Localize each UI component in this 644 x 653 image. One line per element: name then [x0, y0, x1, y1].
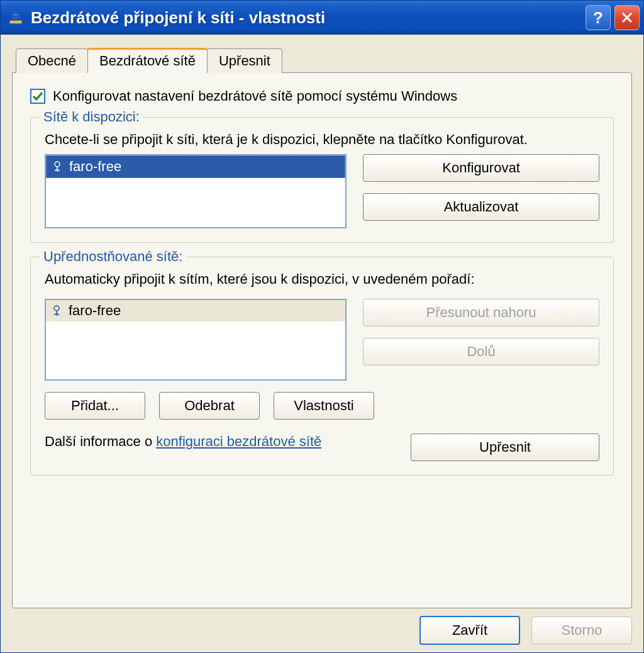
more-info-row: Další informace o konfiguraci bezdrátové… [45, 433, 599, 461]
tab-advanced[interactable]: Upřesnit [207, 48, 282, 73]
preferred-networks-desc: Automaticky připojit k sítím, které jsou… [45, 271, 599, 287]
preferred-networks-group: Upřednostňované sítě: Automaticky připoj… [30, 257, 614, 476]
titlebar-buttons: ? [586, 5, 640, 30]
app-icon [7, 9, 25, 26]
use-windows-config-row: Konfigurovat nastavení bezdrátové sítě p… [30, 88, 614, 104]
preferred-networks-legend: Upřednostňované sítě: [40, 248, 186, 265]
svg-rect-0 [9, 20, 22, 23]
use-windows-config-label: Konfigurovat nastavení bezdrátové sítě p… [53, 88, 457, 104]
help-button[interactable]: ? [586, 5, 611, 30]
use-windows-config-checkbox[interactable] [30, 89, 45, 104]
available-networks-buttons: Konfigurovat Aktualizovat [363, 154, 599, 228]
move-up-button[interactable]: Přesunout nahoru [363, 299, 599, 326]
available-networks-desc: Chcete-li se připojit k síti, která je k… [45, 131, 599, 148]
tab-wireless[interactable]: Bezdrátové sítě [87, 48, 208, 73]
available-network-item[interactable]: faro-free [46, 155, 345, 178]
svg-point-8 [54, 306, 59, 311]
close-button[interactable] [614, 5, 640, 30]
dialog-window: Bezdrátové připojení k síti - vlastnosti… [0, 0, 644, 653]
advanced-button[interactable]: Upřesnit [411, 433, 599, 461]
tab-panel-wireless: Konfigurovat nastavení bezdrátové sítě p… [12, 72, 632, 608]
refresh-button[interactable]: Aktualizovat [363, 193, 599, 221]
remove-button[interactable]: Odebrat [159, 392, 260, 420]
wireless-config-link[interactable]: konfiguraci bezdrátové sítě [156, 433, 321, 449]
cancel-button[interactable]: Storno [531, 617, 632, 644]
more-info-text: Další informace o konfiguraci bezdrátové… [45, 433, 396, 450]
tabstrip: Obecné Bezdrátové sítě Upřesnit [16, 46, 632, 72]
preferred-move-buttons: Přesunout nahoru Dolů [363, 299, 599, 381]
available-network-name: faro-free [69, 159, 121, 175]
preferred-network-item[interactable]: faro-free [46, 300, 345, 321]
configure-button[interactable]: Konfigurovat [363, 154, 599, 182]
preferred-action-buttons: Přidat... Odebrat Vlastnosti [45, 392, 599, 420]
preferred-networks-row: faro-free Přesunout nahoru Dolů [45, 299, 599, 381]
available-networks-row: faro-free Konfigurovat Aktualizovat [45, 154, 599, 228]
properties-button[interactable]: Vlastnosti [274, 392, 374, 420]
add-button[interactable]: Přidat... [45, 392, 145, 420]
svg-point-6 [55, 162, 60, 167]
dialog-bottom-bar: Zavřít Storno [1, 608, 643, 652]
available-networks-group: Sítě k dispozici: Chcete-li se připojit … [30, 117, 614, 243]
preferred-networks-list[interactable]: faro-free [45, 299, 347, 381]
titlebar: Bezdrátové připojení k síti - vlastnosti… [1, 1, 643, 35]
tab-general[interactable]: Obecné [16, 48, 88, 73]
window-title: Bezdrátové připojení k síti - vlastnosti [31, 8, 586, 28]
preferred-network-name: faro-free [69, 303, 121, 319]
client-area: Obecné Bezdrátové sítě Upřesnit Konfigur… [1, 35, 643, 608]
available-networks-list[interactable]: faro-free [45, 154, 347, 228]
available-networks-legend: Sítě k dispozici: [40, 109, 143, 125]
close-dialog-button[interactable]: Zavřít [419, 616, 520, 645]
network-icon [50, 160, 64, 174]
network-icon [50, 304, 64, 318]
move-down-button[interactable]: Dolů [363, 338, 599, 366]
